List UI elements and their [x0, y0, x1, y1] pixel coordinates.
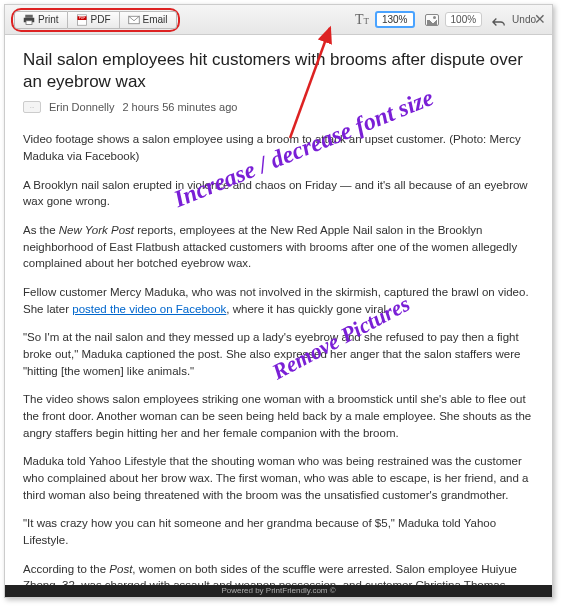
- undo-label: Undo: [512, 14, 536, 25]
- text-size-value[interactable]: 130%: [375, 11, 415, 28]
- svg-rect-0: [25, 14, 33, 17]
- undo-icon: [492, 14, 506, 26]
- article-title: Nail salon employees hit customers with …: [23, 49, 534, 93]
- paragraph: The video shows salon employees striking…: [23, 391, 534, 441]
- author-avatar: ···: [23, 101, 41, 113]
- svg-text:PDF: PDF: [79, 16, 85, 20]
- paragraph: "It was crazy how you can hit someone an…: [23, 515, 534, 548]
- footer: Powered by PrintFriendly.com ©: [5, 585, 552, 597]
- byline: ··· Erin Donnelly 2 hours 56 minutes ago: [23, 101, 534, 113]
- image-size-value[interactable]: 100%: [445, 12, 483, 27]
- paragraph: As the New York Post reports, employees …: [23, 222, 534, 272]
- paragraph: Fellow customer Mercy Maduka, who was no…: [23, 284, 534, 317]
- email-label: Email: [143, 14, 168, 25]
- pdf-button[interactable]: PDF PDF: [68, 11, 120, 29]
- paragraph: Maduka told Yahoo Lifestyle that the sho…: [23, 453, 534, 503]
- print-label: Print: [38, 14, 59, 25]
- facebook-link[interactable]: posted the video on Facebook: [72, 303, 226, 315]
- print-button[interactable]: Print: [14, 11, 68, 29]
- toolbar: Print PDF PDF Email TT 130% 100%: [5, 5, 552, 35]
- image-icon: [425, 14, 439, 26]
- source-citation: Post: [109, 563, 132, 575]
- svg-rect-2: [26, 20, 32, 24]
- undo-button[interactable]: Undo: [492, 14, 536, 26]
- email-button[interactable]: Email: [120, 11, 177, 29]
- envelope-icon: [128, 14, 140, 26]
- publish-time: 2 hours 56 minutes ago: [122, 101, 237, 113]
- close-button[interactable]: ✕: [534, 11, 546, 27]
- printer-icon: [23, 14, 35, 26]
- output-button-group: Print PDF PDF Email: [11, 8, 180, 32]
- pdf-icon: PDF: [76, 14, 88, 26]
- paragraph: Video footage shows a salon employee usi…: [23, 131, 534, 164]
- source-citation: New York Post: [59, 224, 134, 236]
- text-size-control[interactable]: TT 130%: [355, 11, 415, 28]
- article-content: Nail salon employees hit customers with …: [5, 35, 552, 595]
- pdf-label: PDF: [91, 14, 111, 25]
- author-name: Erin Donnelly: [49, 101, 114, 113]
- paragraph: A Brooklyn nail salon erupted in violenc…: [23, 177, 534, 210]
- image-size-control[interactable]: 100%: [425, 12, 483, 27]
- paragraph: "So I'm at the nail salon and they messe…: [23, 329, 534, 379]
- text-size-icon: TT: [355, 13, 369, 27]
